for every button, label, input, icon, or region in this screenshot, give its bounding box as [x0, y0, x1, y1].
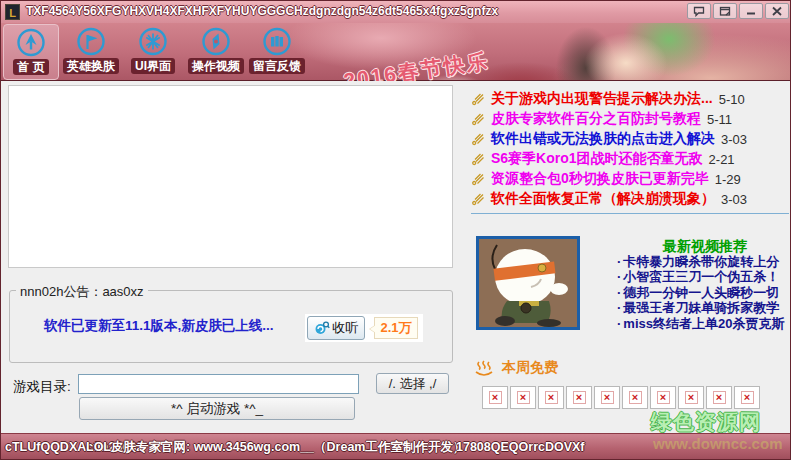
- close-icon: [771, 6, 783, 17]
- listen-button[interactable]: 收听: [307, 316, 365, 340]
- minimize-button[interactable]: [739, 3, 763, 19]
- nav-home-label: 首 页: [13, 59, 48, 75]
- news-title: S6赛季Koro1团战时还能否童无敌: [491, 150, 703, 168]
- home-arrow-icon: [16, 27, 46, 58]
- video-item[interactable]: 德邦一分钟一人头瞬秒一切: [617, 285, 791, 300]
- status-right-text: 17808QEQOrrcDOVXf: [456, 434, 585, 460]
- video-list: 卡特暴力瞬杀带你旋转上分 小智蛮王三刀一个伪五杀！ 德邦一分钟一人头瞬秒一切 最…: [617, 254, 791, 331]
- video-item[interactable]: miss终结者上单20杀贾克斯: [617, 316, 791, 331]
- game-dir-input[interactable]: [78, 374, 359, 394]
- listener-count-badge: 2.1万: [374, 317, 418, 339]
- site-watermark: 绿色资源网: [651, 408, 761, 436]
- sparkle-bullet-icon: [471, 93, 484, 106]
- titlebar[interactable]: L TXF4564Y56XFGYHXVH4XFXHFXFYHUYGGGCHzdg…: [1, 1, 791, 23]
- browse-button[interactable]: /. 选择 ,/: [376, 373, 449, 394]
- news-date: 5-10: [719, 92, 745, 107]
- game-dir-label: 游戏目录:: [13, 378, 71, 396]
- app-logo-icon: L: [5, 4, 20, 20]
- minimize-icon: [745, 6, 757, 17]
- nav-videos[interactable]: 操作视频: [188, 24, 244, 79]
- window-title: TXF4564Y56XFGYHXVH4XFXHFXFYHUYGGGCHzdgnz…: [26, 4, 498, 18]
- news-date: 2-21: [709, 152, 735, 167]
- free-skin-slot[interactable]: ×: [622, 386, 648, 409]
- news-date: 3-03: [721, 192, 747, 207]
- news-title: 软件出错或无法换肤的点击进入解决: [491, 130, 715, 148]
- status-site-text: LOL皮肤专家官网: www.3456wg.com__（Dream工作室制作开发…: [86, 434, 465, 460]
- news-list: 关于游戏内出现警告提示解决办法... 5-10 皮肤专家软件百分之百防封号教程 …: [471, 89, 790, 209]
- news-item[interactable]: 资源整合包0秒切换皮肤已更新完毕 1-29: [471, 169, 790, 189]
- cartoon-monk-illustration: [479, 239, 577, 327]
- free-week-header: 本周免费: [474, 359, 558, 377]
- chat-button[interactable]: [687, 3, 711, 19]
- news-item[interactable]: S6赛季Koro1团战时还能否童无敌 2-21: [471, 149, 790, 169]
- broken-image-icon: ×: [657, 391, 670, 404]
- video-item[interactable]: 卡特暴力瞬杀带你旋转上分: [617, 254, 791, 269]
- launch-game-button[interactable]: *^ 启动游戏 *^_: [79, 397, 355, 420]
- announcement-groupbox: nnn02h公告：aas0xz 软件已更新至11.1版本,新皮肤已上线... 收…: [9, 290, 453, 363]
- listen-widget: 收听 2.1万: [305, 314, 423, 342]
- video-item[interactable]: 最强王者刀妹单骑拆家教学: [617, 300, 791, 315]
- main-content-panel: [8, 85, 453, 268]
- free-skin-slot[interactable]: ×: [650, 386, 676, 409]
- video-item[interactable]: 小智蛮王三刀一个伪五杀！: [617, 269, 791, 284]
- announcement-message: 软件已更新至11.1版本,新皮肤已上线...: [44, 317, 274, 335]
- nav-ui[interactable]: UI界面: [129, 24, 177, 79]
- free-skin-slot[interactable]: ×: [538, 386, 564, 409]
- window-edit-icon: [719, 6, 731, 17]
- main-toolbar: 首 页 英雄换肤 UI界面 操作视频 留言反馈 2016春节快乐: [1, 23, 791, 81]
- broken-image-icon: ×: [713, 391, 726, 404]
- speech-bubble-icon: [693, 6, 705, 17]
- app-window: L TXF4564Y56XFGYHXVH4XFXHFXFYHUYGGGCHzdg…: [0, 0, 791, 460]
- skin-settings-button[interactable]: [713, 3, 737, 19]
- free-skin-slot[interactable]: ×: [482, 386, 508, 409]
- books-icon: [262, 26, 292, 57]
- weibo-listen-icon: [314, 320, 330, 336]
- free-skin-slot[interactable]: ×: [734, 386, 760, 409]
- news-item[interactable]: 软件出错或无法换肤的点击进入解决 3-03: [471, 129, 790, 149]
- nav-hero-skin[interactable]: 英雄换肤: [63, 24, 119, 79]
- nav-videos-label: 操作视频: [188, 58, 244, 74]
- compass-icon: [201, 26, 231, 57]
- free-skin-slots: × × × × × × × × × ×: [482, 386, 760, 409]
- free-skin-slot[interactable]: ×: [678, 386, 704, 409]
- hot-springs-icon: [474, 360, 494, 377]
- sparkle-bullet-icon: [471, 153, 484, 166]
- close-button[interactable]: [765, 3, 789, 19]
- news-divider: [471, 213, 789, 214]
- nav-hero-skin-label: 英雄换肤: [63, 58, 119, 74]
- nav-feedback[interactable]: 留言反馈: [249, 24, 305, 79]
- broken-image-icon: ×: [629, 391, 642, 404]
- sparkle-bullet-icon: [471, 193, 484, 206]
- downcc-watermark: www.downcc.com: [653, 435, 782, 452]
- broken-image-icon: ×: [685, 391, 698, 404]
- nav-ui-label: UI界面: [131, 58, 175, 74]
- news-item[interactable]: 软件全面恢复正常（解决崩溃现象） 3-03: [471, 189, 790, 209]
- news-item[interactable]: 皮肤专家软件百分之百防封号教程 5-11: [471, 109, 790, 129]
- sparkle-bullet-icon: [471, 173, 484, 186]
- free-skin-slot[interactable]: ×: [566, 386, 592, 409]
- news-date: 5-11: [707, 112, 732, 127]
- sparkle-bullet-icon: [471, 113, 484, 126]
- broken-image-icon: ×: [601, 391, 614, 404]
- news-title: 软件全面恢复正常（解决崩溃现象）: [491, 190, 715, 208]
- nav-home[interactable]: 首 页: [3, 24, 59, 80]
- free-skin-slot[interactable]: ×: [594, 386, 620, 409]
- broken-image-icon: ×: [489, 391, 502, 404]
- flag-icon: [76, 26, 106, 57]
- news-date: 1-29: [715, 172, 741, 187]
- broken-image-icon: ×: [573, 391, 586, 404]
- video-thumbnail[interactable]: [476, 236, 580, 330]
- free-skin-slot[interactable]: ×: [510, 386, 536, 409]
- news-date: 3-03: [721, 132, 747, 147]
- news-item[interactable]: 关于游戏内出现警告提示解决办法... 5-10: [471, 89, 790, 109]
- news-title: 皮肤专家软件百分之百防封号教程: [491, 110, 701, 128]
- sparkle-bullet-icon: [471, 133, 484, 146]
- broken-image-icon: ×: [741, 391, 754, 404]
- free-skin-slot[interactable]: ×: [706, 386, 732, 409]
- window-controls: [687, 3, 789, 19]
- client-area: 关于游戏内出现警告提示解决办法... 5-10 皮肤专家软件百分之百防封号教程 …: [1, 81, 791, 433]
- broken-image-icon: ×: [545, 391, 558, 404]
- free-week-title: 本周免费: [502, 359, 558, 377]
- news-title: 关于游戏内出现警告提示解决办法...: [491, 90, 713, 108]
- listen-label: 收听: [332, 319, 358, 337]
